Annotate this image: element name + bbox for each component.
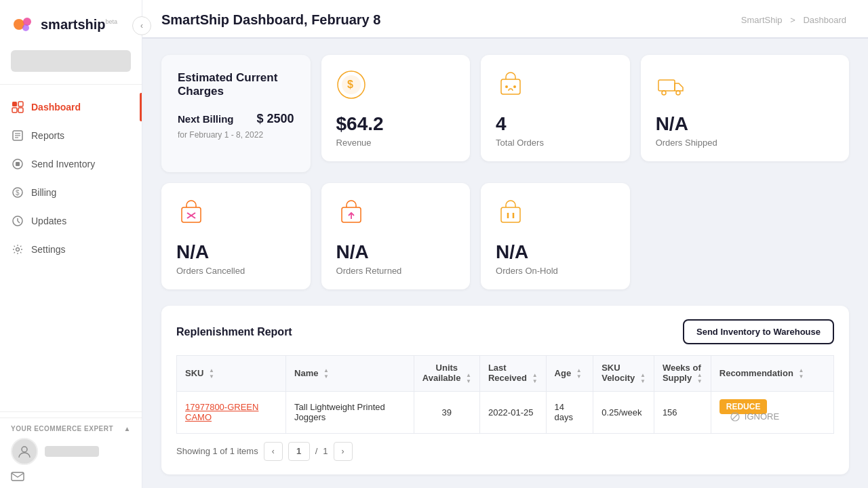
expert-section-chevron[interactable]: ▲ [124, 425, 131, 432]
svg-line-18 [18, 221, 20, 223]
orders-shipped-label: Orders Shipped [656, 138, 834, 148]
orders-cancelled-value: N/A [176, 241, 296, 263]
svg-rect-4 [12, 102, 17, 106]
col-recommendation[interactable]: Recommendation ▲▼ [711, 356, 833, 392]
svg-rect-13 [16, 162, 20, 166]
billing-period: for February 1 - 8, 2022 [178, 130, 294, 140]
svg-point-30 [676, 91, 680, 95]
cell-sku: 17977800-GREEN CAMO [177, 392, 286, 434]
svg-rect-28 [658, 80, 675, 91]
table-body: 17977800-GREEN CAMO Tall Lightweight Pri… [177, 392, 834, 434]
pagination-prev-button[interactable]: ‹ [264, 442, 283, 461]
sidebar: smartshipbeta Dashboard [0, 0, 142, 488]
sidebar-item-dashboard[interactable]: Dashboard [0, 93, 142, 121]
revenue-icon: $ [336, 70, 366, 100]
svg-rect-5 [18, 102, 23, 106]
sidebar-item-updates[interactable]: Updates [0, 207, 142, 235]
replenishment-title: Replenishment Report [176, 326, 292, 338]
svg-point-20 [22, 447, 27, 452]
expert-name-blurred [45, 446, 99, 457]
sidebar-item-billing-label: Billing [31, 187, 56, 198]
sidebar-item-send-inventory-label: Send Inventory [31, 159, 95, 169]
beta-label: beta [106, 18, 118, 25]
orders-returned-value: N/A [336, 241, 456, 263]
stat-card-orders-shipped: N/A Orders Shipped [641, 55, 849, 161]
orders-cancelled-icon [176, 198, 206, 228]
billing-card: Estimated Current Charges Next Billing $… [161, 55, 311, 172]
stat-card-total-orders: 4 Total Orders [481, 55, 630, 161]
sidebar-item-billing[interactable]: $ Billing [0, 178, 142, 207]
total-orders-icon [496, 70, 526, 100]
sidebar-divider-top [0, 84, 142, 85]
breadcrumb-current: Dashboard [803, 15, 846, 25]
sidebar-item-send-inventory[interactable]: Send Inventory [0, 150, 142, 178]
send-inventory-icon [11, 157, 24, 171]
updates-icon [11, 214, 24, 228]
cell-name: Tall Lightweight Printed Joggers [286, 392, 414, 434]
replenishment-section: Replenishment Report Send Inventory to W… [161, 306, 849, 474]
orders-on-hold-icon [496, 198, 526, 228]
svg-point-29 [662, 91, 666, 95]
svg-point-2 [23, 18, 31, 26]
ignore-button[interactable]: IGNORE [730, 411, 779, 422]
send-inventory-to-warehouse-button[interactable]: Send Inventory to Warehouse [683, 319, 834, 344]
ecommerce-expert-section: YOUR ECOMMERCE EXPERT ▲ [11, 425, 131, 432]
sku-link[interactable]: 17977800-GREEN CAMO [185, 402, 258, 422]
total-orders-label: Total Orders [496, 138, 615, 148]
col-units-available[interactable]: UnitsAvailable ▲▼ [414, 356, 479, 392]
col-weeks-of-supply[interactable]: Weeks ofSupply ▲▼ [654, 356, 711, 392]
breadcrumb-root: SmartShip [741, 15, 783, 25]
sidebar-item-reports[interactable]: Reports [0, 121, 142, 150]
svg-point-26 [505, 85, 508, 88]
svg-rect-6 [12, 108, 17, 113]
col-last-received[interactable]: LastReceived ▲▼ [479, 356, 546, 392]
billing-next-billing-label: Next Billing [178, 113, 234, 125]
logo-area: smartshipbeta [0, 0, 142, 43]
col-age[interactable]: Age ▲▼ [546, 356, 593, 392]
col-sku-velocity[interactable]: SKUVelocity ▲▼ [593, 356, 654, 392]
revenue-label: Revenue [336, 138, 456, 148]
revenue-value: $64.2 [336, 113, 456, 135]
svg-rect-21 [12, 472, 24, 481]
stats-row-1: $ $64.2 Revenue 4 Total Orders [161, 55, 849, 172]
settings-icon [11, 243, 24, 256]
ignore-label: IGNORE [745, 411, 779, 422]
sidebar-item-settings-label: Settings [31, 244, 66, 255]
stat-card-revenue: $ $64.2 Revenue [321, 55, 471, 161]
pagination-separator: / [315, 446, 318, 456]
pagination-total-pages: 1 [323, 446, 328, 456]
col-sku[interactable]: SKU ▲▼ [177, 356, 286, 392]
sidebar-collapse-button[interactable]: ‹ [132, 16, 151, 35]
col-name[interactable]: Name ▲▼ [286, 356, 414, 392]
svg-rect-7 [18, 108, 23, 113]
cell-recommendation: REDUCE IGNORE [711, 392, 833, 434]
sidebar-item-updates-label: Updates [31, 216, 66, 226]
table-header-row: SKU ▲▼ Name ▲▼ UnitsAvailable ▲▼ LastR [177, 356, 834, 392]
pagination-next-button[interactable]: › [334, 442, 353, 461]
orders-shipped-value: N/A [656, 113, 834, 135]
table-row: 17977800-GREEN CAMO Tall Lightweight Pri… [177, 392, 834, 434]
sidebar-item-settings[interactable]: Settings [0, 235, 142, 264]
expert-profile [11, 438, 131, 465]
sidebar-item-dashboard-label: Dashboard [31, 102, 81, 113]
svg-text:$: $ [347, 79, 353, 90]
billing-card-title: Estimated Current Charges [178, 71, 294, 98]
svg-point-19 [16, 248, 20, 251]
breadcrumb-separator: > [790, 15, 795, 25]
table-header: SKU ▲▼ Name ▲▼ UnitsAvailable ▲▼ LastR [177, 356, 834, 392]
main-content: SmartShip Dashboard, February 8 SmartShi… [142, 0, 868, 488]
billing-next-billing-amount: $ 2500 [256, 112, 294, 126]
pagination: Showing 1 of 1 items ‹ 1 / 1 › [176, 442, 834, 461]
replenishment-header: Replenishment Report Send Inventory to W… [176, 319, 834, 344]
app-name: smartshipbeta [41, 17, 117, 33]
pagination-showing: Showing 1 of 1 items [176, 446, 258, 456]
user-avatar-blurred [11, 50, 131, 72]
orders-on-hold-value: N/A [496, 241, 615, 263]
svg-text:$: $ [16, 189, 20, 197]
pagination-current-page: 1 [288, 442, 310, 461]
svg-point-3 [22, 24, 29, 31]
sidebar-bottom: YOUR ECOMMERCE EXPERT ▲ [0, 418, 142, 488]
cell-age: 14 days [546, 392, 593, 434]
email-area[interactable] [11, 472, 131, 481]
page-title: SmartShip Dashboard, February 8 [161, 12, 380, 28]
